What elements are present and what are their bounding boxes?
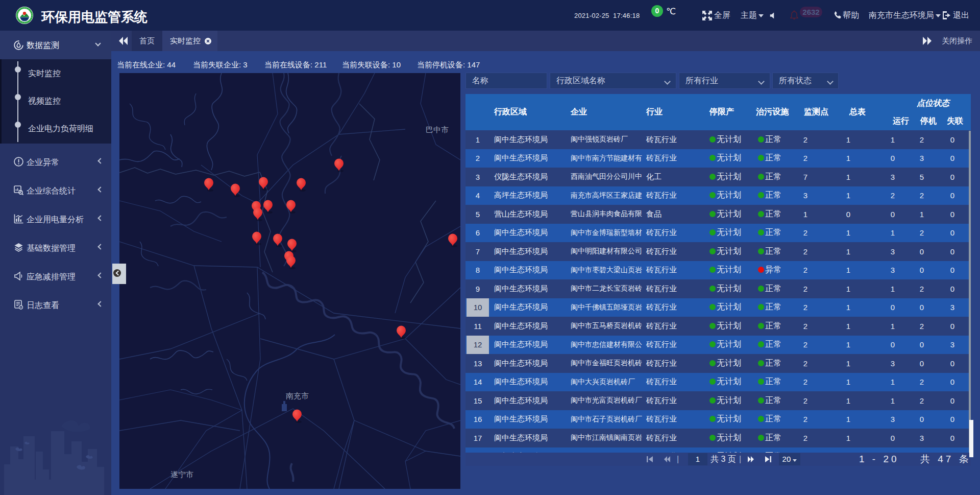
- svg-text:南充市: 南充市: [286, 391, 309, 400]
- svg-text:遂宁市: 遂宁市: [170, 470, 193, 479]
- svg-text:巴中市: 巴中市: [426, 125, 449, 134]
